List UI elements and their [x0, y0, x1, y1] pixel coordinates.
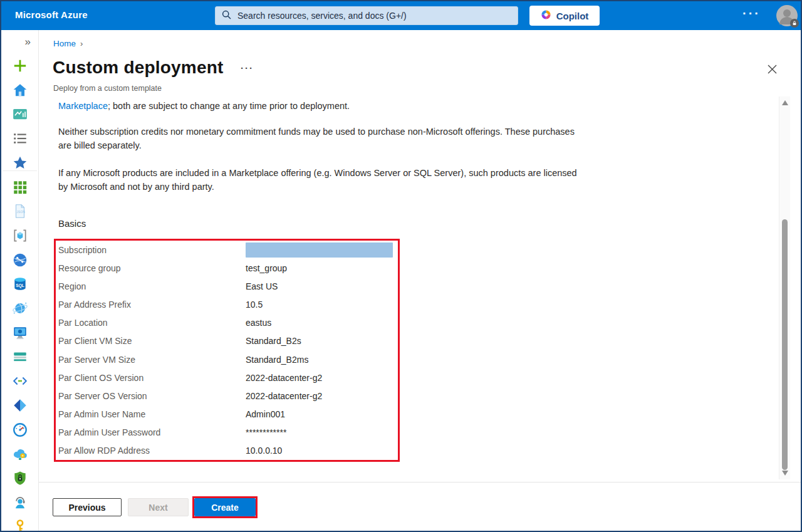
basics-row-label: Par Client OS Version — [58, 373, 246, 383]
basics-row-value: Admin001 — [246, 409, 285, 419]
basics-row-label: Par Address Prefix — [58, 300, 246, 310]
svg-text:SQL: SQL — [16, 283, 24, 288]
basics-heading: Basics — [58, 218, 86, 229]
account-avatar[interactable] — [776, 5, 798, 26]
basics-row: Par Admin User NameAdmin001 — [58, 405, 398, 424]
next-button[interactable]: Next — [128, 498, 189, 516]
copilot-button[interactable]: Copilot — [529, 6, 600, 26]
basics-row-label: Subscription — [58, 245, 246, 255]
marketplace-link[interactable]: Marketplace — [58, 101, 108, 111]
footer-divider — [39, 482, 801, 482]
basics-row: RegionEast US — [58, 277, 398, 295]
left-sidebar: » JSONSQL — [1, 30, 39, 531]
basics-row-value: ************ — [246, 427, 286, 437]
basics-row-label: Par Client VM Size — [58, 336, 246, 346]
legal-paragraph-1: Marketplace; both are subject to change … — [58, 99, 580, 113]
sidebar-expand-icon[interactable]: » — [25, 36, 31, 47]
lock-badge-icon — [790, 19, 799, 28]
sidebar-dashboard-icon[interactable] — [12, 106, 28, 122]
vertical-scrollbar — [779, 96, 790, 479]
breadcrumb-chevron-icon: › — [80, 39, 83, 48]
legal-paragraph-1-text: ; both are subject to change at any time… — [108, 101, 350, 111]
breadcrumb: Home› — [53, 39, 83, 48]
top-bar: Microsoft Azure Copilot ··· — [1, 1, 801, 30]
sidebar-cloud-icon[interactable] — [12, 446, 28, 462]
sidebar-support-person-icon[interactable] — [12, 494, 28, 511]
basics-row: Subscription — [58, 241, 398, 259]
basics-row-value: East US — [246, 281, 278, 291]
copilot-label: Copilot — [556, 11, 589, 21]
sidebar-home-icon[interactable] — [12, 82, 28, 98]
breadcrumb-home-link[interactable]: Home — [53, 39, 76, 48]
basics-row: Par Server VM SizeStandard_B2ms — [58, 350, 398, 368]
custom-deployment-panel: Home› Custom deployment ··· Deploy from … — [39, 30, 801, 531]
basics-row: Resource grouptest_group — [58, 259, 398, 277]
copilot-icon — [541, 9, 551, 22]
basics-row: Par Locationeastus — [58, 314, 398, 332]
legal-paragraph-3: If any Microsoft products are included i… — [58, 166, 580, 194]
sidebar-star-icon[interactable] — [12, 155, 28, 171]
basics-row-label: Region — [58, 281, 246, 291]
basics-row-label: Par Admin User Password — [58, 427, 246, 437]
sidebar-diamond-icon[interactable] — [12, 397, 28, 414]
basics-row-value: Standard_B2ms — [246, 355, 308, 365]
sidebar-sql-database-icon[interactable]: SQL — [12, 276, 28, 292]
sidebar-planet-icon[interactable] — [12, 300, 28, 316]
sidebar-grid-icon[interactable] — [12, 179, 28, 196]
basics-row-value: test_group — [246, 263, 287, 273]
previous-button[interactable]: Previous — [53, 498, 122, 516]
close-icon[interactable] — [764, 63, 779, 78]
scroll-up-arrow-icon[interactable] — [782, 100, 788, 105]
basics-row: Par Client OS Version2022-datacenter-g2 — [58, 368, 398, 387]
sidebar-list-icon[interactable] — [12, 130, 28, 147]
search-input[interactable] — [236, 10, 511, 21]
sidebar-key-icon[interactable] — [12, 518, 28, 532]
svg-text:JSON: JSON — [17, 210, 26, 214]
brand-microsoft-azure[interactable]: Microsoft Azure — [15, 9, 88, 20]
basics-row-value: 10.5 — [246, 300, 263, 310]
basics-row: Par Admin User Password************ — [58, 424, 398, 442]
title-ellipsis-icon[interactable]: ··· — [241, 63, 254, 73]
topbar-ellipsis-icon[interactable]: ··· — [742, 6, 761, 21]
basics-row: Par Allow RDP Address10.0.0.10 — [58, 442, 398, 460]
sidebar-plus-icon[interactable] — [12, 58, 28, 74]
basics-row-label: Par Allow RDP Address — [58, 446, 246, 456]
sidebar-globe-icon[interactable] — [12, 252, 28, 268]
basics-row-value: 10.0.0.10 — [246, 446, 282, 456]
annotation-basics-highlight: SubscriptionResource grouptest_groupRegi… — [54, 239, 400, 462]
basics-row: Par Client VM SizeStandard_B2s — [58, 332, 398, 350]
sidebar-vm-monitor-icon[interactable] — [12, 325, 28, 341]
legal-paragraph-2: Neither subscription credits nor monetar… — [58, 125, 580, 152]
basics-row-label: Par Server OS Version — [58, 391, 246, 401]
basics-row-value: eastus — [246, 318, 271, 328]
page-title: Custom deployment — [53, 58, 224, 78]
create-button[interactable]: Create — [194, 498, 256, 516]
subscription-redacted-value — [246, 243, 393, 258]
basics-row-value: Standard_B2s — [246, 336, 301, 346]
basics-row-value: 2022-datacenter-g2 — [246, 373, 322, 383]
sidebar-cube-brackets-icon[interactable] — [12, 227, 28, 244]
global-search[interactable] — [215, 6, 518, 25]
sidebar-load-balancer-icon[interactable] — [12, 348, 28, 365]
page-subtitle: Deploy from a custom template — [53, 84, 162, 93]
annotation-create-highlight: Create — [194, 498, 256, 516]
sidebar-json-file-icon[interactable]: JSON — [12, 203, 28, 219]
basics-row-label: Par Location — [58, 318, 246, 328]
basics-row-label: Par Admin User Name — [58, 409, 246, 419]
basics-row-label: Resource group — [58, 263, 246, 273]
basics-row: Par Address Prefix10.5 — [58, 296, 398, 314]
search-icon — [222, 10, 231, 22]
scroll-down-arrow-icon[interactable] — [782, 471, 788, 476]
sidebar-shield-lock-icon[interactable] — [12, 470, 28, 486]
azure-portal-window: Microsoft Azure Copilot ··· » — [0, 0, 802, 532]
sidebar-gauge-icon[interactable] — [12, 422, 28, 438]
scrollbar-thumb[interactable] — [782, 219, 788, 470]
basics-row-value: 2022-datacenter-g2 — [246, 391, 322, 401]
basics-row: Par Server OS Version2022-datacenter-g2 — [58, 387, 398, 405]
sidebar-vnet-icon[interactable] — [12, 373, 28, 389]
basics-row-label: Par Server VM Size — [58, 355, 246, 365]
